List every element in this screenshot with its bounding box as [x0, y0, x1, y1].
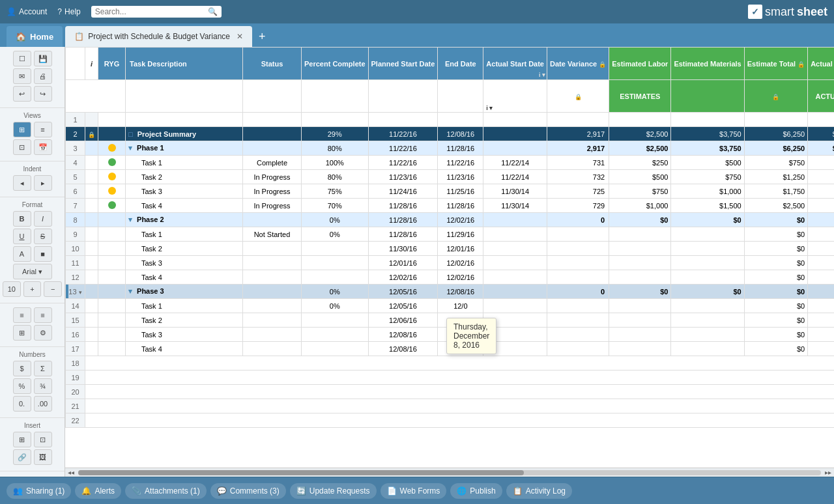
task-cell[interactable]: Task 4 [126, 342, 243, 356]
pct-cell[interactable] [302, 342, 369, 356]
actual-start-cell[interactable] [483, 113, 547, 127]
task-cell[interactable]: Task 4 [126, 270, 243, 285]
planned-start-cell[interactable]: 11/28/16 [368, 227, 438, 242]
grid-view-button[interactable]: ⊞ [13, 122, 31, 137]
actual-labor-cell[interactable] [808, 270, 834, 285]
actual-labor-cell[interactable]: $500 [808, 184, 834, 199]
est-labor-cell[interactable] [609, 270, 671, 285]
end-date-cell[interactable]: 12/02/16 [438, 256, 483, 270]
add-tab-button[interactable]: + [252, 26, 272, 47]
align-center-button[interactable]: ≡ [34, 307, 52, 323]
actual-labor-cell[interactable]: $500 [808, 199, 834, 213]
link-button[interactable]: 🔗 [13, 449, 31, 465]
status-cell[interactable]: Complete [243, 156, 302, 170]
actual-start-cell[interactable]: 11/22/14 [483, 170, 547, 184]
pct-cell[interactable] [302, 113, 369, 127]
planned-start-cell[interactable]: 12/05/16 [368, 299, 438, 313]
status-cell[interactable] [243, 313, 302, 328]
fraction-button[interactable]: ¾ [34, 378, 52, 394]
actual-start-cell[interactable]: 11/30/14 [483, 184, 547, 199]
status-cell[interactable]: In Progress [243, 199, 302, 213]
actual-labor-cell[interactable] [808, 342, 834, 356]
est-total-cell[interactable]: $0 [744, 299, 807, 313]
font-size-down[interactable]: − [44, 281, 62, 297]
end-date-cell[interactable]: 11/23/16 [438, 170, 483, 184]
undo-button[interactable]: ↩ [13, 86, 31, 102]
actual-labor-cell[interactable] [808, 328, 834, 342]
est-total-cell[interactable] [744, 113, 807, 127]
planned-start-cell[interactable]: 12/08/16 [368, 328, 438, 342]
est-total-cell[interactable]: $1,250 [744, 170, 807, 184]
search-box[interactable]: 🔍 [91, 6, 222, 18]
actual-start-cell[interactable] [483, 270, 547, 285]
print-button[interactable]: 🖨 [34, 68, 52, 84]
image-button[interactable]: 🖼 [34, 449, 52, 465]
est-total-cell[interactable]: $0 [744, 227, 807, 242]
est-labor-cell[interactable] [609, 113, 671, 127]
end-date-cell[interactable]: 11/25/16 [438, 184, 483, 199]
alerts-button[interactable]: 🔔 Alerts [75, 483, 121, 499]
actual-labor-cell[interactable]: $600 [808, 170, 834, 184]
bg-color-button[interactable]: ■ [34, 246, 52, 262]
est-materials-cell[interactable]: $1,500 [671, 199, 744, 213]
est-materials-cell[interactable] [671, 256, 744, 270]
actual-labor-cell[interactable] [808, 113, 834, 127]
est-total-cell[interactable]: $0 [744, 242, 807, 256]
redo-button[interactable]: ↪ [34, 86, 52, 102]
pct-cell[interactable]: 75% [302, 184, 369, 199]
actual-labor-cell[interactable]: $200 [808, 156, 834, 170]
email-button[interactable]: ✉ [13, 68, 31, 84]
pct-cell[interactable] [302, 328, 369, 342]
font-select[interactable]: Arial ▾ [13, 264, 52, 279]
est-materials-cell[interactable] [671, 113, 744, 127]
est-labor-cell[interactable] [609, 242, 671, 256]
task-cell[interactable]: Task 3 [126, 256, 243, 270]
est-total-cell[interactable]: $1,750 [744, 184, 807, 199]
actual-labor-cell[interactable] [808, 227, 834, 242]
sharing-button[interactable]: 👥 Sharing (1) [7, 483, 71, 499]
indent-right-button[interactable]: ▸ [34, 175, 52, 191]
status-cell[interactable]: Not Started [243, 227, 302, 242]
bold-button[interactable]: B [13, 211, 31, 227]
horizontal-scrollbar[interactable]: ◂◂ ▸▸ [65, 468, 834, 477]
est-materials-cell[interactable] [671, 299, 744, 313]
task-cell[interactable]: Task 3 [126, 184, 243, 199]
planned-start-cell[interactable]: 12/06/16 [368, 313, 438, 328]
est-labor-cell[interactable]: $1,000 [609, 199, 671, 213]
task-cell[interactable]: Task 2 [126, 170, 243, 184]
est-materials-cell[interactable] [671, 227, 744, 242]
est-materials-cell[interactable] [671, 313, 744, 328]
actual-labor-cell[interactable] [808, 313, 834, 328]
est-total-cell[interactable]: $0 [744, 328, 807, 342]
actual-labor-cell[interactable] [808, 256, 834, 270]
planned-start-cell[interactable] [368, 113, 438, 127]
pct-cell[interactable] [302, 270, 369, 285]
calendar-view-button[interactable]: 📅 [34, 139, 52, 155]
planned-start-cell[interactable]: 11/24/16 [368, 184, 438, 199]
font-size-up[interactable]: + [23, 281, 42, 297]
align-right-button[interactable]: ⊞ [13, 325, 31, 341]
est-labor-cell[interactable]: $750 [609, 184, 671, 199]
end-date-cell[interactable] [438, 113, 483, 127]
end-date-cell[interactable]: 11/29/16 [438, 227, 483, 242]
est-materials-cell[interactable] [671, 270, 744, 285]
actual-start-cell[interactable] [483, 227, 547, 242]
end-date-cell[interactable]: 11/22/16 [438, 156, 483, 170]
actual-start-cell[interactable]: 11/30/14 [483, 199, 547, 213]
est-labor-cell[interactable]: $500 [609, 170, 671, 184]
sum-button[interactable]: Σ [34, 361, 52, 376]
percent-button[interactable]: % [13, 378, 31, 394]
table-wrapper[interactable]: i RYG Task Description Status Percent Co… [65, 47, 834, 468]
est-labor-cell[interactable] [609, 313, 671, 328]
actual-labor-cell[interactable] [808, 299, 834, 313]
pct-cell[interactable]: 70% [302, 199, 369, 213]
pct-cell[interactable]: 80% [302, 170, 369, 184]
est-materials-cell[interactable] [671, 328, 744, 342]
end-date-cell[interactable]: 12/02/16 [438, 270, 483, 285]
est-labor-cell[interactable] [609, 328, 671, 342]
planned-start-cell[interactable]: 12/01/16 [368, 256, 438, 270]
indent-left-button[interactable]: ◂ [13, 175, 31, 191]
align-left-button[interactable]: ≡ [13, 307, 31, 323]
attachments-button[interactable]: 📎 Attachments (1) [125, 483, 207, 499]
task-cell[interactable]: Task 3 [126, 328, 243, 342]
